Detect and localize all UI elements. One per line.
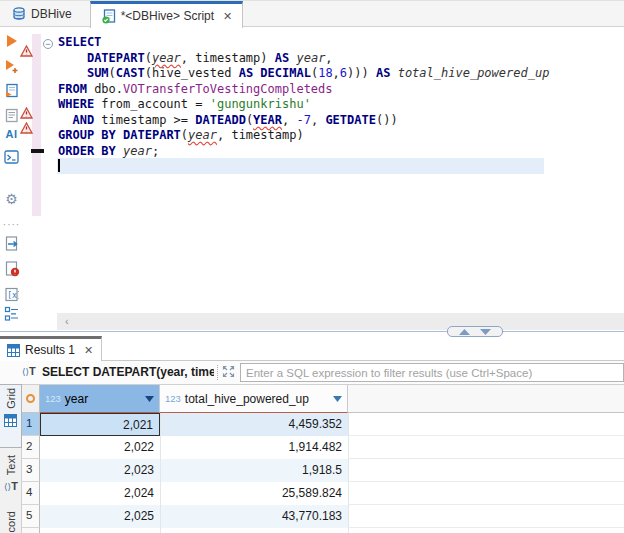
column-header-year[interactable]: 123 year	[40, 385, 160, 413]
sql-text-icon: ⟨⟩T	[4, 480, 18, 492]
tab-results-1[interactable]: Results 1 ✕	[0, 336, 102, 361]
column-dropdown-icon[interactable]	[333, 396, 342, 402]
numeric-type-icon: 123	[165, 393, 181, 404]
numeric-type-icon: 123	[45, 393, 61, 404]
record-ring-icon	[26, 394, 35, 403]
code-line[interactable]: FROM dbo.VOTransferToVestingCompleteds	[58, 82, 549, 98]
active-query-text: SELECT DATEPART(year, timestamp) AS y	[42, 365, 214, 379]
column-separator	[348, 413, 349, 533]
results-grid[interactable]: 123 year 123 total_hive_powered_up 12,02…	[22, 384, 624, 533]
table-row[interactable]	[22, 528, 624, 533]
editor-change-ruler	[32, 34, 41, 216]
tab-label: *<DBHive> Script	[121, 9, 214, 23]
close-icon[interactable]: ✕	[223, 10, 232, 23]
grid-cell[interactable]: 43,770.183	[160, 505, 348, 528]
tab-label: DBHive	[31, 7, 72, 21]
document-variables-icon[interactable]: [x]	[3, 286, 20, 302]
settings-gear-icon[interactable]: ⚙	[3, 191, 20, 207]
grid-cell[interactable]: 2,023	[40, 459, 160, 482]
warning-icon	[20, 45, 33, 57]
code-line[interactable]: WHERE from_account = 'gungunkrishu'	[58, 97, 549, 113]
results-tab-bar: Results 1 ✕	[0, 336, 624, 361]
current-line-highlight	[57, 158, 544, 174]
column-dropdown-icon[interactable]	[145, 396, 154, 402]
execute-script-button[interactable]	[3, 82, 20, 98]
row-header[interactable]: 5	[22, 505, 40, 528]
editor-horizontal-scrollbar[interactable]: ‹	[57, 313, 624, 330]
side-tab-grid[interactable]: Grid	[0, 384, 22, 448]
code-line[interactable]: GROUP BY DATEPART(year, timestamp)	[58, 128, 549, 144]
panel-sash[interactable]	[0, 331, 624, 332]
row-header[interactable]: 2	[22, 436, 40, 459]
row-header[interactable]: 3	[22, 459, 40, 482]
filter-expression-input[interactable]	[240, 363, 624, 382]
execute-new-tab-button[interactable]	[3, 58, 20, 74]
row-header[interactable]: 1	[22, 413, 40, 436]
collapse-down-icon	[480, 329, 491, 335]
table-row[interactable]: 22,0221,914.482	[22, 436, 624, 459]
execute-statement-button[interactable]	[3, 33, 20, 49]
grid-cell[interactable]: 4,459.352	[160, 413, 348, 436]
code-line[interactable]: SELECT	[58, 35, 549, 51]
expand-filter-icon[interactable]	[222, 365, 235, 378]
explain-plan-button[interactable]	[3, 107, 20, 123]
database-icon	[12, 7, 26, 20]
grid-icon	[7, 344, 20, 357]
table-row[interactable]: 42,02425,589.824	[22, 482, 624, 505]
side-tab-text[interactable]: Text ⟨⟩T	[0, 452, 22, 508]
results-filter-bar: ⟨⟩T SELECT DATEPART(year, timestamp) AS …	[0, 361, 624, 384]
side-tab-record[interactable]: Record	[0, 511, 22, 533]
code-line[interactable]: SUM(CAST(hive_vested AS DECIMAL(18,6))) …	[58, 66, 549, 82]
fold-collapse-icon[interactable]: −	[43, 39, 53, 49]
row-header[interactable]: 4	[22, 482, 40, 505]
sash-collapse-control[interactable]	[447, 326, 503, 337]
code-line[interactable]: ORDER BY year;	[58, 144, 549, 160]
column-name: year	[65, 392, 88, 406]
grid-cell[interactable]: 1,918.5	[160, 459, 348, 482]
grid-cell[interactable]: 2,025	[40, 505, 160, 528]
sql-editor[interactable]: AI ⚙ ···· [x] − SELECT DATEPART(year, ti…	[0, 28, 624, 313]
unsaved-document-icon[interactable]	[3, 261, 20, 277]
warning-icon	[20, 122, 33, 134]
table-row[interactable]: 52,02543,770.183	[22, 505, 624, 528]
text-caret	[58, 159, 60, 172]
script-icon	[101, 9, 116, 24]
column-name: total_hive_powered_up	[185, 392, 309, 406]
export-data-button[interactable]	[3, 236, 20, 252]
grid-icon	[4, 414, 17, 427]
svg-text:[x]: [x]	[7, 290, 19, 299]
tab-dbhive-script[interactable]: *<DBHive> Script ✕	[90, 1, 244, 28]
outline-icon[interactable]	[3, 306, 20, 322]
sql-text-icon: ⟨⟩T	[22, 365, 36, 377]
table-row[interactable]: 32,0231,918.5	[22, 459, 624, 482]
sql-code[interactable]: SELECT DATEPART(year, timestamp) AS year…	[58, 35, 549, 159]
grid-header-filler	[348, 385, 624, 413]
grid-cell[interactable]: 1,914.482	[160, 436, 348, 459]
grid-cell[interactable]: 2,021	[40, 413, 160, 436]
close-icon[interactable]: ✕	[84, 344, 93, 357]
ruler-range-marker	[31, 149, 44, 153]
collapse-up-icon	[459, 329, 470, 335]
tab-dbhive-connection[interactable]: DBHive	[2, 1, 82, 26]
grid-cell[interactable]: 25,589.824	[160, 482, 348, 505]
code-line[interactable]: AND timestamp >= DATEADD(YEAR, -7, GETDA…	[58, 113, 549, 129]
sql-console-button[interactable]	[3, 149, 20, 165]
scroll-left-arrow[interactable]: ‹	[65, 315, 69, 327]
editor-tab-bar: DBHive *<DBHive> Script ✕	[0, 0, 624, 27]
drag-dots-icon: ····	[3, 216, 20, 232]
table-row[interactable]: 12,0214,459.352	[22, 413, 624, 436]
code-line[interactable]: DATEPART(year, timestamp) AS year,	[58, 51, 549, 67]
tab-label: Results 1	[25, 343, 75, 357]
grid-cell[interactable]: 2,024	[40, 482, 160, 505]
column-header-total-hive-powered-up[interactable]: 123 total_hive_powered_up	[160, 385, 348, 413]
grid-cell[interactable]: 2,022	[40, 436, 160, 459]
filter-divider	[217, 365, 218, 380]
column-separator	[160, 413, 161, 533]
warning-icon	[20, 107, 33, 119]
grid-corner-header[interactable]	[22, 385, 40, 413]
ai-assistant-button[interactable]: AI	[3, 126, 20, 142]
row-header[interactable]	[22, 528, 40, 533]
